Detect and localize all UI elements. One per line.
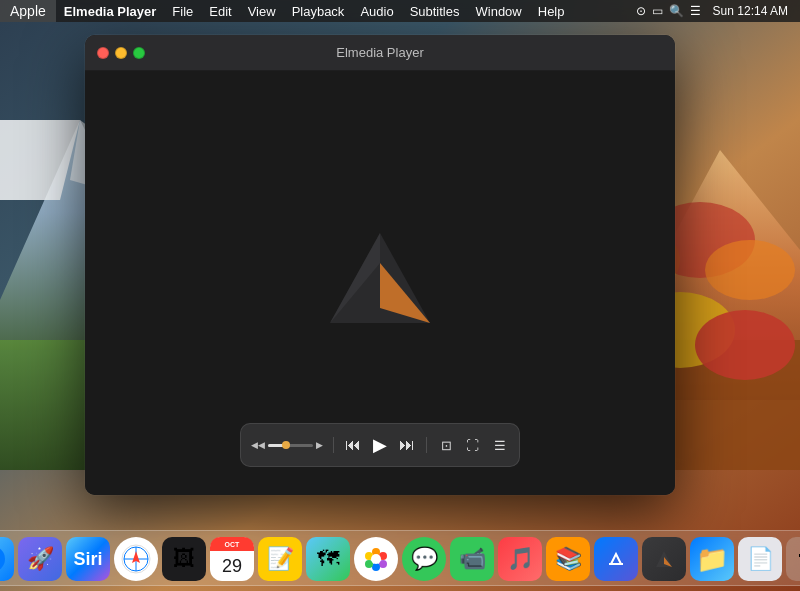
svg-rect-35 — [603, 546, 629, 572]
dock-siri[interactable]: Siri — [66, 537, 110, 581]
menubar-file[interactable]: File — [164, 0, 201, 22]
dock-folder[interactable]: 📁 — [690, 537, 734, 581]
menubar: Apple Elmedia Player File Edit View Play… — [0, 0, 800, 22]
menubar-subtitles[interactable]: Subtitles — [402, 0, 468, 22]
video-area[interactable]: ◀◀ ▶ ⏮ ▶ ⏭ ⊡ ⛶ ☰ — [85, 71, 675, 495]
notification-icon[interactable]: ☰ — [690, 4, 701, 18]
apple-menu[interactable]: Apple — [0, 0, 56, 22]
menubar-time: Sun 12:14 AM — [709, 4, 792, 18]
dock-photos[interactable] — [354, 537, 398, 581]
volume-down-icon[interactable]: ◀◀ — [251, 440, 265, 450]
close-button[interactable] — [97, 47, 109, 59]
dock-notes[interactable]: 📝 — [258, 537, 302, 581]
volume-section: ◀◀ ▶ — [251, 440, 323, 450]
traffic-lights — [85, 47, 145, 59]
dock-document[interactable]: 📄 — [738, 537, 782, 581]
controls-bar: ◀◀ ▶ ⏮ ▶ ⏭ ⊡ ⛶ ☰ — [240, 423, 520, 467]
dock-itunes[interactable]: 🎵 — [498, 537, 542, 581]
svg-point-8 — [705, 240, 795, 300]
dock-safari[interactable] — [114, 537, 158, 581]
app-window: Elmedia Player ◀◀ — [85, 35, 675, 495]
dock-books[interactable]: 📚 — [546, 537, 590, 581]
dock-photos-small[interactable]: 🖼 — [162, 537, 206, 581]
volume-fill — [268, 444, 286, 447]
menubar-view[interactable]: View — [240, 0, 284, 22]
title-bar: Elmedia Player — [85, 35, 675, 71]
menubar-right: ⊙ ▭ 🔍 ☰ Sun 12:14 AM — [632, 4, 800, 18]
dock-calendar[interactable]: OCT 29 — [210, 537, 254, 581]
playlist-button[interactable]: ☰ — [490, 433, 509, 457]
menubar-edit[interactable]: Edit — [201, 0, 239, 22]
next-button[interactable]: ⏭ — [397, 433, 416, 457]
minimize-button[interactable] — [115, 47, 127, 59]
dock-maps[interactable]: 🗺 — [306, 537, 350, 581]
elmedia-logo-svg — [310, 213, 450, 353]
divider-2 — [426, 437, 427, 453]
dock-appstore[interactable] — [594, 537, 638, 581]
svg-point-34 — [371, 554, 381, 564]
wifi-icon[interactable]: ⊙ — [636, 4, 646, 18]
menubar-app-name[interactable]: Elmedia Player — [56, 0, 165, 22]
prev-button[interactable]: ⏮ — [344, 433, 363, 457]
desktop: Apple Elmedia Player File Edit View Play… — [0, 0, 800, 591]
pip-button[interactable]: ⊡ — [437, 433, 456, 457]
menubar-icons: ⊙ ▭ 🔍 ☰ — [632, 4, 705, 18]
maximize-button[interactable] — [133, 47, 145, 59]
dock-finder[interactable] — [0, 537, 14, 581]
dock-messages[interactable]: 💬 — [402, 537, 446, 581]
window-title: Elmedia Player — [336, 45, 423, 60]
dock-facetime[interactable]: 📹 — [450, 537, 494, 581]
dock-launchpad[interactable]: 🚀 — [18, 537, 62, 581]
menubar-window[interactable]: Window — [468, 0, 530, 22]
divider-1 — [333, 437, 334, 453]
menubar-left: Apple Elmedia Player File Edit View Play… — [0, 0, 573, 22]
volume-slider[interactable] — [268, 444, 313, 447]
dock-trash[interactable]: 🗑 — [786, 537, 800, 581]
svg-point-14 — [695, 310, 795, 380]
battery-icon[interactable]: ▭ — [652, 4, 663, 18]
svg-point-19 — [0, 546, 5, 572]
dock-elmedia[interactable] — [642, 537, 686, 581]
dock: 🚀 Siri 🖼 OCT 29 📝 🗺 — [0, 530, 800, 586]
menubar-playback[interactable]: Playback — [284, 0, 353, 22]
menubar-audio[interactable]: Audio — [352, 0, 401, 22]
menubar-help[interactable]: Help — [530, 0, 573, 22]
play-button[interactable]: ▶ — [371, 433, 390, 457]
search-icon[interactable]: 🔍 — [669, 4, 684, 18]
fullscreen-button[interactable]: ⛶ — [464, 433, 483, 457]
svg-point-31 — [372, 563, 380, 571]
elmedia-logo — [310, 213, 450, 353]
volume-up-icon[interactable]: ▶ — [316, 440, 323, 450]
